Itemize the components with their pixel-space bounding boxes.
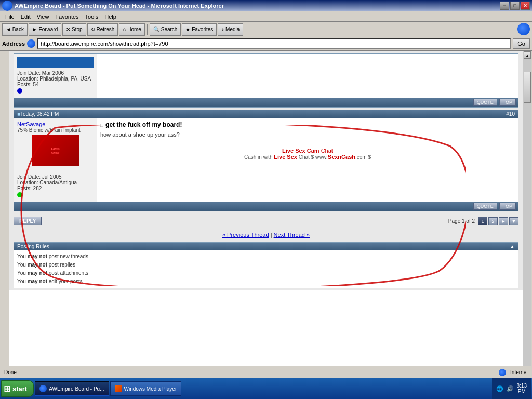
menu-file[interactable]: File	[2, 13, 18, 20]
ad-chat-text: Chat	[321, 148, 333, 154]
post-content: □ get the fuck off my board! how about a…	[97, 118, 518, 202]
posts: Posts: 282	[17, 185, 94, 191]
windows-logo: ⊞	[4, 384, 10, 394]
media-button[interactable]: ♪ Media	[218, 23, 243, 36]
taskbar: ⊞ start AWEmpire Board - Pu... Windows M…	[0, 378, 532, 399]
status-text: Done	[4, 369, 17, 375]
main-top-button[interactable]: TOP	[499, 203, 516, 210]
maximize-button[interactable]: □	[510, 2, 520, 10]
ad-block: Live Sex Cam Chat Cash in with Live Sex …	[100, 145, 515, 162]
pagination: Page 1 of 2 1 2 ► ▼	[448, 217, 518, 225]
menu-help[interactable]: Help	[101, 13, 119, 20]
taskbar-ie-label: AWEmpire Board - Pu...	[49, 386, 104, 392]
forum-area: Join Date: Mar 2006 Location: Philadelph…	[9, 51, 523, 290]
username-link[interactable]: NetSavage	[17, 121, 45, 127]
address-favicon	[27, 39, 35, 48]
post-time: Today, 08:42 PM	[20, 111, 59, 117]
minimize-button[interactable]: −	[500, 2, 509, 10]
rules-collapse-button[interactable]: ▲	[510, 244, 515, 249]
top-action-bar: QUOTE TOP	[14, 98, 518, 107]
right-scrollbar[interactable]: ▲	[523, 51, 532, 366]
ie-logo	[517, 23, 530, 36]
taskbar-ie-item[interactable]: AWEmpire Board - Pu...	[35, 381, 109, 396]
search-button[interactable]: 🔍 Search	[150, 23, 181, 36]
rules-content: You may not post new threads You may not…	[14, 250, 518, 288]
close-button[interactable]: ✕	[521, 2, 530, 10]
join-date: Join Date: Jul 2005	[17, 174, 94, 180]
post-title: □ get the fuck off my board!	[100, 121, 515, 128]
refresh-button[interactable]: ↻ Refresh	[87, 23, 118, 36]
taskbar-right: 🌐 🔊 8:13PM	[492, 378, 531, 399]
volume-icon: 🔊	[507, 385, 514, 392]
user-title: 75% Bionic w/Brain Implant	[17, 127, 94, 133]
reply-button[interactable]: REPLY	[14, 217, 42, 225]
main-post-container: ■ Today, 08:42 PM #10 NetSavage 75% Bion…	[14, 110, 518, 211]
taskbar-wmp-item[interactable]: Windows Media Player	[110, 381, 182, 396]
page-2-button[interactable]: 2	[488, 217, 498, 225]
top-join-date: Join Date: Mar 2006	[17, 70, 94, 76]
ad-livesex-link[interactable]: Live Sex	[274, 154, 297, 160]
menu-favorites[interactable]: Favorites	[52, 13, 82, 20]
menu-view[interactable]: View	[34, 13, 52, 20]
back-button[interactable]: ◄ Back	[2, 23, 28, 36]
next-thread-link[interactable]: Next Thread »	[274, 232, 310, 238]
title-bar-controls: − □ ✕	[500, 2, 530, 10]
network-icon: 🌐	[496, 385, 503, 392]
scrollbar-track: ▲	[523, 51, 531, 366]
ad-line1: Live Sex Cam Chat	[100, 148, 515, 154]
left-sidebar	[0, 51, 9, 366]
top-quote-button[interactable]: QUOTE	[473, 99, 497, 106]
home-button[interactable]: ⌂ Home	[119, 23, 145, 36]
rule-2: You may not post replies	[17, 261, 515, 269]
address-label: Address	[2, 41, 25, 47]
top-top-button[interactable]: TOP	[499, 99, 516, 106]
scroll-up-button[interactable]: ▲	[524, 51, 531, 59]
top-online-indicator	[17, 88, 22, 94]
browser-content: Join Date: Mar 2006 Location: Philadelph…	[0, 51, 532, 366]
go-button[interactable]: Go	[513, 38, 530, 49]
post-title-icon: □	[100, 122, 103, 128]
page-next-button[interactable]: ►	[499, 217, 508, 225]
top-user-avatar-partial	[17, 57, 94, 68]
top-posts: Posts: 54	[17, 82, 94, 87]
ad-cam-link[interactable]: Live Sex Cam	[282, 148, 320, 154]
address-input[interactable]: http://board.awempire.com/showthread.php…	[37, 38, 511, 49]
page-1-button[interactable]: 1	[478, 217, 487, 225]
menu-tools[interactable]: Tools	[82, 13, 102, 20]
reply-area: REPLY Page 1 of 2 1 2 ► ▼	[14, 215, 518, 228]
top-location: Location: Philadelphia, PA, USA	[17, 76, 94, 82]
ad-line2: Cash in with Live Sex Chat $ www.SexnCas…	[100, 154, 515, 160]
stop-button[interactable]: ✕ Stop	[62, 23, 86, 36]
taskbar-ie-icon	[39, 385, 47, 392]
main-post: ■ Today, 08:42 PM #10 NetSavage 75% Bion…	[14, 110, 518, 211]
taskbar-wmp-icon	[115, 385, 122, 392]
toolbar: ◄ Back ► Forward ✕ Stop ↻ Refresh ⌂ Home…	[0, 22, 532, 37]
rule-4: You may not edit your posts	[17, 277, 515, 286]
user-avatar: LazertySavage	[32, 135, 79, 166]
start-button[interactable]: ⊞ start	[1, 380, 34, 397]
prev-thread-link[interactable]: « Previous Thread	[222, 232, 269, 238]
toolbar-separator	[147, 24, 148, 35]
system-clock: 8:13PM	[517, 383, 527, 394]
forward-button[interactable]: ► Forward	[29, 23, 61, 36]
online-indicator	[17, 192, 22, 197]
menu-edit[interactable]: Edit	[18, 13, 34, 20]
post-text: how about a shoe up your ass?	[100, 131, 515, 138]
main-post-header: ■ Today, 08:42 PM #10	[14, 110, 518, 118]
rule-1: You may not post new threads	[17, 252, 515, 261]
status-right: Internet	[499, 369, 528, 376]
main-quote-button[interactable]: QUOTE	[473, 203, 497, 210]
favorites-button[interactable]: ★ Favorites	[182, 23, 217, 36]
address-bar: Address http://board.awempire.com/showth…	[0, 37, 532, 51]
top-post-partial: Join Date: Mar 2006 Location: Philadelph…	[14, 53, 518, 108]
page-last-button[interactable]: ▼	[509, 217, 518, 225]
zone-text: Internet	[510, 369, 528, 375]
rule-3: You may not post attachments	[17, 269, 515, 277]
scrollbar-thumb[interactable]	[524, 72, 531, 103]
ad-sexncash-link[interactable]: SexnCash	[328, 154, 355, 160]
thread-nav: « Previous Thread | Next Thread »	[14, 230, 518, 240]
taskbar-wmp-label: Windows Media Player	[124, 386, 177, 392]
top-user-info: Join Date: Mar 2006 Location: Philadelph…	[14, 54, 97, 98]
main-post-body: NetSavage 75% Bionic w/Brain Implant Laz…	[14, 118, 518, 202]
page-info: Page 1 of 2	[448, 218, 475, 224]
